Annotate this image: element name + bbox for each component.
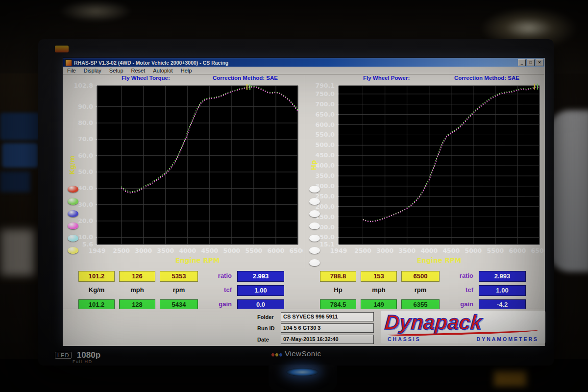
power-unit-label: Hp bbox=[320, 285, 356, 295]
torque-chart-header: Fly Wheel Torque: Correction Method: SAE bbox=[64, 75, 303, 82]
x-tick-label: 6000 bbox=[509, 247, 526, 254]
tcf-label: tcf bbox=[444, 285, 474, 295]
orange-object bbox=[494, 370, 526, 386]
x-axis-label: Engine RPM bbox=[175, 256, 220, 264]
run-select-led[interactable] bbox=[309, 186, 320, 193]
ratio-value: 2.993 bbox=[237, 271, 284, 282]
y-tick-label: 80.0 bbox=[78, 119, 93, 126]
x-tick-label: 3500 bbox=[157, 247, 174, 254]
close-button[interactable]: ✕ bbox=[536, 59, 543, 66]
tcf-label: tcf bbox=[202, 285, 233, 295]
menu-item-reset[interactable]: Reset bbox=[127, 68, 149, 74]
dynapack-logo: Dynapack CHASSIS DYNAMOMETERS bbox=[381, 311, 545, 343]
y-tick-label: 10.0 bbox=[78, 233, 93, 241]
run-select-led[interactable] bbox=[68, 235, 78, 242]
x-tick-label: 5000 bbox=[223, 247, 241, 254]
run-select-led[interactable] bbox=[68, 222, 78, 229]
ratio-label: ratio bbox=[202, 271, 233, 281]
minimize-button[interactable]: _ bbox=[518, 59, 526, 66]
gain-label: gain bbox=[444, 299, 474, 309]
run-select-led[interactable] bbox=[309, 247, 320, 254]
y-tick-label: 650.0 bbox=[315, 111, 335, 118]
torque-chart-title: Fly Wheel Torque: bbox=[122, 75, 170, 81]
y-tick-label: 5.6 bbox=[82, 241, 93, 248]
x-tick-label: 5000 bbox=[465, 247, 482, 254]
y-tick-label: 102.8 bbox=[74, 82, 93, 89]
y-tick-label: 500.0 bbox=[315, 141, 335, 148]
menu-item-setup[interactable]: Setup bbox=[105, 68, 127, 74]
x-tick-label: 4500 bbox=[442, 247, 460, 254]
y-tick-label: 20.0 bbox=[78, 217, 93, 224]
menu-item-autoplot[interactable]: Autoplot bbox=[149, 68, 176, 74]
peak-power-speed: 153 bbox=[361, 271, 397, 282]
y-tick-label: 70.0 bbox=[78, 135, 93, 143]
peak-power-rpm: 6500 bbox=[401, 271, 440, 282]
power-correction-label: Correction Method: SAE bbox=[454, 75, 519, 81]
date-field[interactable]: 07-May-2015 16:32:40 bbox=[281, 335, 374, 344]
run-select-led[interactable] bbox=[68, 247, 78, 254]
blue-bin bbox=[0, 172, 30, 192]
x-tick-label: 2500 bbox=[354, 247, 371, 254]
peak-torque-value: 101.2 bbox=[78, 271, 115, 282]
y-tick-label: 50.0 bbox=[78, 168, 93, 175]
viewsonic-birds-icon bbox=[271, 349, 283, 358]
run-select-led[interactable] bbox=[309, 210, 320, 217]
power-readout-table: 788.8 153 6500 ratio 2.993 Hp mph rpm tc… bbox=[320, 271, 526, 310]
app-icon bbox=[65, 59, 72, 66]
run-id-row: Run ID 104 5 6 GT30 3 bbox=[257, 323, 374, 333]
window-title: RHAS-SP V1.3-02 (4WD - Motor Vehicle 200… bbox=[74, 60, 518, 66]
maximize-button[interactable]: □ bbox=[527, 59, 535, 66]
speed-unit-label: mph bbox=[119, 285, 155, 295]
folder-field[interactable]: CS SYVECS 996 5911 bbox=[281, 312, 374, 321]
menu-item-file[interactable]: File bbox=[63, 68, 80, 74]
monitor-stand bbox=[269, 365, 337, 392]
run-select-led[interactable] bbox=[68, 210, 78, 217]
ratio-label: ratio bbox=[444, 271, 474, 281]
x-tick-label: 1949 bbox=[330, 247, 347, 254]
run-id-field[interactable]: 104 5 6 GT30 3 bbox=[281, 323, 374, 333]
menu-bar: File Display Setup Reset Autoplot Help bbox=[63, 67, 544, 74]
date-label: Date bbox=[257, 337, 281, 343]
y-tick-label: 550.0 bbox=[315, 131, 335, 138]
power-chart: 1949250030003500400045005000550060006500… bbox=[305, 82, 544, 268]
ratio-value: 2.993 bbox=[479, 271, 526, 282]
white-car-body bbox=[548, 110, 588, 272]
peak-power-value: 788.8 bbox=[320, 271, 356, 282]
x-tick-label: 4000 bbox=[179, 247, 196, 254]
menu-item-help[interactable]: Help bbox=[177, 68, 196, 74]
bezel-sticker bbox=[55, 46, 69, 52]
plot-area bbox=[339, 86, 539, 245]
folder-label: Folder bbox=[257, 314, 281, 320]
torque-panel: Fly Wheel Torque: Correction Method: SAE… bbox=[64, 75, 303, 268]
y-tick-label: 50.0 bbox=[319, 233, 335, 241]
monitor-brand: ViewSonic bbox=[38, 349, 554, 358]
screen: RHAS-SP V1.3-02 (4WD - Motor Vehicle 200… bbox=[63, 58, 545, 346]
y-tick-label: 30.0 bbox=[78, 201, 93, 208]
power-button[interactable] bbox=[286, 368, 318, 376]
y-axis-label: Kg/m bbox=[68, 155, 76, 174]
y-tick-label: 600.0 bbox=[315, 121, 335, 128]
run-select-led[interactable] bbox=[68, 186, 78, 193]
menu-item-display[interactable]: Display bbox=[80, 68, 105, 74]
run-select-led[interactable] bbox=[68, 198, 78, 205]
y-tick-label: 400.0 bbox=[315, 162, 335, 169]
title-bar[interactable]: RHAS-SP V1.3-02 (4WD - Motor Vehicle 200… bbox=[63, 58, 544, 67]
monitor-bezel-bottom: LED 1080p Full HD ViewSonic bbox=[38, 346, 554, 366]
tcf-value: 1.00 bbox=[237, 285, 284, 296]
footer-bar: Folder CS SYVECS 996 5911 Run ID 104 5 6… bbox=[63, 309, 544, 346]
y-tick-label: 700.0 bbox=[315, 100, 335, 108]
blue-bin bbox=[0, 113, 40, 140]
run-info-fields: Folder CS SYVECS 996 5911 Run ID 104 5 6… bbox=[257, 312, 374, 346]
run-select-led[interactable] bbox=[309, 259, 320, 266]
dynapack-subtitle: CHASSIS DYNAMOMETERS bbox=[385, 336, 541, 342]
speed-unit-label: mph bbox=[361, 285, 397, 295]
y-tick-label: 60.0 bbox=[78, 152, 93, 159]
run-select-led[interactable] bbox=[309, 222, 320, 229]
x-tick-label: 3000 bbox=[376, 247, 393, 254]
x-tick-label: 5500 bbox=[245, 247, 263, 254]
run-select-led[interactable] bbox=[309, 235, 320, 242]
run-select-led[interactable] bbox=[309, 198, 320, 205]
y-tick-label: 790.1 bbox=[315, 82, 335, 89]
x-tick-label: 4000 bbox=[420, 247, 438, 254]
monitor-brand-text: ViewSonic bbox=[285, 349, 321, 358]
